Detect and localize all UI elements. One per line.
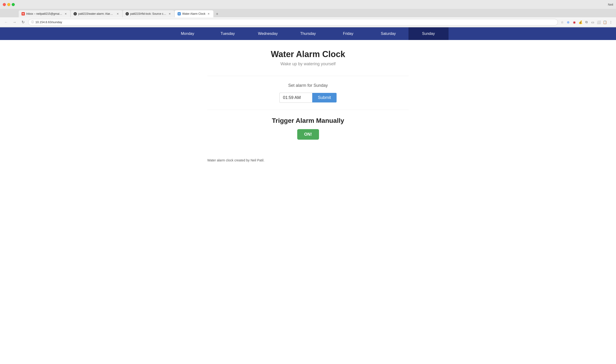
- back-button[interactable]: ←: [3, 19, 9, 26]
- tab-gmail-label: Inbox – neilpatil215@gmail.co...: [26, 12, 62, 15]
- menu-icon[interactable]: ⋮: [608, 20, 613, 25]
- tab-github-water[interactable]: ⊙ patil215/water-alarm: Alarm c... ✕: [71, 10, 122, 17]
- refresh-button[interactable]: ↻: [20, 19, 26, 26]
- nav-saturday[interactable]: Saturday: [368, 27, 408, 40]
- new-tab-button[interactable]: +: [214, 11, 220, 17]
- day-navigation: Monday Tuesday Wednesday Thursday Friday…: [0, 27, 616, 40]
- manual-title: Trigger Alarm Manually: [207, 117, 409, 124]
- forward-button[interactable]: →: [11, 19, 18, 26]
- tab-gmail[interactable]: M Inbox – neilpatil215@gmail.co... ✕: [19, 10, 70, 17]
- close-window-button[interactable]: [3, 3, 6, 6]
- minimize-window-button[interactable]: [7, 3, 10, 6]
- footer-text: Water alarm clock created by Neil Patil.: [207, 154, 409, 167]
- browser-titlebar: Neil: [0, 0, 616, 9]
- tab-water-alarm-close[interactable]: ✕: [207, 12, 211, 16]
- submit-button[interactable]: Submit: [312, 93, 337, 103]
- page-wrapper: Monday Tuesday Wednesday Thursday Friday…: [0, 27, 616, 364]
- tab-water-alarm[interactable]: W Water Alarm Clock ✕: [175, 10, 213, 17]
- wallet-icon[interactable]: 💰: [578, 20, 583, 25]
- opera-icon[interactable]: ◉: [572, 20, 577, 25]
- tab-github-rfid-label: patil215/rfid-lock: Source cod...: [130, 12, 166, 15]
- github-water-favicon: ⊙: [74, 12, 77, 15]
- window-controls: [3, 3, 15, 6]
- bookmark-star-icon[interactable]: ☆: [560, 20, 564, 25]
- water-alarm-favicon: W: [178, 12, 181, 15]
- nav-wednesday[interactable]: Wednesday: [248, 27, 288, 40]
- nav-monday[interactable]: Monday: [167, 27, 207, 40]
- divider-middle: [207, 110, 409, 110]
- time-input[interactable]: [279, 93, 312, 103]
- alarm-label: Set alarm for Sunday: [207, 83, 409, 88]
- vpn-icon[interactable]: ⊕: [566, 20, 571, 25]
- browser-toolbar: ← → ↻ ⓘ 10.154.8.63/sunday ☆ ⊕ ◉ 💰 ⧉ ▭ ⬜…: [0, 17, 616, 27]
- divider-top: [207, 76, 409, 76]
- alarm-section: Set alarm for Sunday Submit: [207, 83, 409, 103]
- notes-icon[interactable]: 📋: [602, 20, 607, 25]
- extension-icon[interactable]: ⧉: [584, 20, 589, 25]
- nav-friday[interactable]: Friday: [328, 27, 368, 40]
- tab-gmail-close[interactable]: ✕: [64, 12, 68, 16]
- tab-github-rfid-close[interactable]: ✕: [168, 12, 171, 16]
- nav-thursday[interactable]: Thursday: [288, 27, 328, 40]
- gmail-favicon: M: [22, 12, 25, 15]
- tab-water-alarm-label: Water Alarm Clock: [182, 12, 205, 15]
- address-text: 10.154.8.63/sunday: [35, 20, 555, 24]
- browser-chrome: Neil M Inbox – neilpatil215@gmail.co... …: [0, 0, 616, 27]
- security-icon: ⓘ: [31, 20, 34, 24]
- manual-section: Trigger Alarm Manually ON!: [207, 117, 409, 140]
- save-icon[interactable]: ⬜: [596, 20, 601, 25]
- on-button[interactable]: ON!: [297, 129, 319, 140]
- maximize-window-button[interactable]: [12, 3, 15, 6]
- main-content: Water Alarm Clock Wake up by watering yo…: [203, 40, 413, 176]
- tab-github-water-close[interactable]: ✕: [116, 12, 120, 16]
- toolbar-icons: ☆ ⊕ ◉ 💰 ⧉ ▭ ⬜ 📋 ⋮: [560, 20, 613, 25]
- page-subtitle: Wake up by watering yourself: [207, 62, 409, 66]
- tab-github-rfid[interactable]: ⊙ patil215/rfid-lock: Source cod... ✕: [123, 10, 174, 17]
- user-label: Neil: [608, 3, 613, 6]
- cast-icon[interactable]: ▭: [590, 20, 595, 25]
- day-nav-inner: Monday Tuesday Wednesday Thursday Friday…: [167, 27, 449, 40]
- github-rfid-favicon: ⊙: [125, 12, 129, 15]
- page-title: Water Alarm Clock: [207, 49, 409, 59]
- nav-sunday[interactable]: Sunday: [409, 27, 449, 40]
- alarm-form: Submit: [207, 93, 409, 103]
- browser-tabs: M Inbox – neilpatil215@gmail.co... ✕ ⊙ p…: [0, 9, 616, 17]
- address-bar[interactable]: ⓘ 10.154.8.63/sunday: [28, 19, 558, 26]
- nav-tuesday[interactable]: Tuesday: [207, 27, 247, 40]
- tab-github-water-label: patil215/water-alarm: Alarm c...: [78, 12, 114, 15]
